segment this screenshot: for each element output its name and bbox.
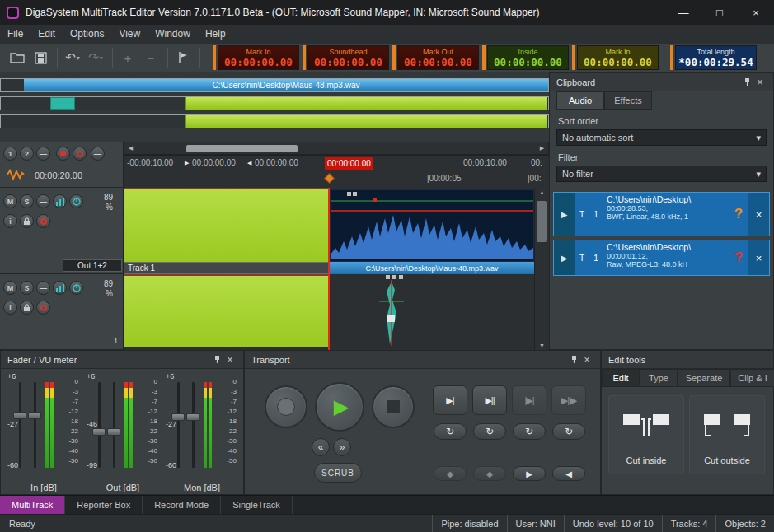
marker-tool-button[interactable] <box>172 47 194 68</box>
meter-button[interactable] <box>53 281 67 295</box>
fader-slider[interactable] <box>177 382 180 468</box>
clip-handle-icon[interactable] <box>399 275 403 279</box>
menu-window[interactable]: Window <box>148 25 198 44</box>
eject-button[interactable]: — <box>91 147 105 161</box>
loop-button[interactable]: ↻ <box>473 423 506 440</box>
horizontal-scrollbar[interactable]: ◀ ▶ <box>124 142 549 155</box>
audio-clip[interactable] <box>124 188 329 262</box>
tab-audio[interactable]: Audio <box>556 91 604 110</box>
scrub-button[interactable]: SCRUB <box>314 463 362 483</box>
record-pause-button[interactable] <box>73 147 87 161</box>
close-button[interactable]: × <box>738 0 774 25</box>
fader-handle[interactable] <box>186 413 199 421</box>
fader-slider[interactable] <box>98 382 101 468</box>
group-1-button[interactable]: 1 <box>3 147 17 161</box>
menu-file[interactable]: File <box>0 25 30 44</box>
close-icon[interactable]: × <box>753 77 767 88</box>
scroll-down-icon[interactable]: ▼ <box>535 343 549 348</box>
scrub-forward-button[interactable]: » <box>333 438 351 456</box>
cut-outside-button[interactable]: Cut outside <box>689 395 765 474</box>
step-forward-button[interactable]: ▶ <box>513 466 546 481</box>
sort-order-select[interactable]: No automatic sort ▾ <box>556 129 767 146</box>
timeline-ruler[interactable]: -00:00:10.00 ▶ 00:00:00.00 ◀ 00:00:00.00… <box>124 155 549 188</box>
scroll-right-icon[interactable]: ▶ <box>536 142 548 154</box>
clip-name-bar[interactable]: Track 1 <box>124 262 329 274</box>
meter-button[interactable] <box>53 194 67 208</box>
record-button[interactable] <box>56 147 70 161</box>
fader-handle[interactable] <box>13 412 26 419</box>
play-to-end-button[interactable]: ▶| <box>433 385 467 415</box>
solo-button[interactable]: S <box>20 194 34 208</box>
vertical-scrollbar[interactable]: ▲ ▼ <box>534 188 549 350</box>
goto-mark-button[interactable]: ◆ <box>434 466 467 481</box>
cut-inside-button[interactable]: Cut inside <box>608 395 684 474</box>
loop-button[interactable]: ↻ <box>552 423 585 440</box>
mute-button[interactable]: M <box>3 194 17 208</box>
fader-handle[interactable] <box>107 428 120 436</box>
scrub-back-button[interactable]: « <box>312 438 330 456</box>
fader-handle[interactable] <box>28 412 41 419</box>
clip-handle-icon[interactable] <box>386 275 390 279</box>
menu-edit[interactable]: Edit <box>30 25 63 44</box>
waveform-clip[interactable] <box>330 189 534 262</box>
overview-row[interactable]: C:\Users\nin\Desktop\Maus-48.mp3.wav <box>0 78 549 92</box>
mute-button[interactable]: M <box>3 281 17 295</box>
scrollbar-thumb[interactable] <box>186 145 298 152</box>
lock-button[interactable] <box>20 214 34 228</box>
group-2-button[interactable]: 2 <box>20 147 34 161</box>
clipboard-item[interactable]: ▶ T 1 C:\Users\nin\Desktop\ 00:00:28.53,… <box>553 192 770 236</box>
solo-button[interactable]: S <box>20 281 34 295</box>
tab-effects[interactable]: Effects <box>604 91 652 110</box>
overview-clip-green[interactable] <box>185 115 547 128</box>
overview-clip[interactable]: C:\Users\nin\Desktop\Maus-48.mp3.wav <box>24 79 548 91</box>
playhead[interactable] <box>328 188 330 350</box>
tab-separate[interactable]: Separate <box>678 369 730 387</box>
scroll-left-icon[interactable]: ◀ <box>124 142 137 154</box>
scrollbar-thumb[interactable] <box>537 201 547 242</box>
audio-clip[interactable] <box>124 274 329 347</box>
lock-button[interactable] <box>20 301 34 315</box>
overview-clip-teal[interactable] <box>50 97 75 110</box>
tab-reporter-box[interactable]: Reporter Box <box>65 496 143 514</box>
overview-row[interactable] <box>0 114 549 128</box>
play-button[interactable]: ▶ <box>315 382 364 432</box>
loop-button[interactable]: ↻ <box>513 423 546 440</box>
close-icon[interactable]: × <box>223 354 237 366</box>
maximize-button[interactable]: □ <box>701 0 738 25</box>
remove-button[interactable]: − <box>140 47 162 68</box>
save-button[interactable] <box>30 47 51 68</box>
play-button[interactable]: ▶ <box>554 240 575 275</box>
tab-type[interactable]: Type <box>640 369 678 387</box>
fader-handle[interactable] <box>92 428 106 436</box>
scroll-up-icon[interactable]: ▲ <box>535 189 549 195</box>
close-icon[interactable]: × <box>580 354 593 366</box>
open-button[interactable] <box>7 47 28 68</box>
play-button[interactable]: ▶ <box>554 193 575 236</box>
play-through-button[interactable]: ▶||▶ <box>551 385 586 415</box>
clip-handle-icon[interactable] <box>392 275 396 279</box>
tab-edit[interactable]: Edit <box>602 369 640 387</box>
collapse-button[interactable]: — <box>36 194 50 208</box>
minimize-button[interactable]: — <box>665 0 701 25</box>
pin-icon[interactable] <box>740 77 753 86</box>
menu-options[interactable]: Options <box>63 25 111 44</box>
redo-button[interactable]: ↷▾ <box>85 47 106 68</box>
goto-mark-button[interactable]: ◆ <box>473 466 506 481</box>
fader-slider[interactable] <box>192 382 195 468</box>
fader-slider[interactable] <box>113 382 115 468</box>
play-pause-button[interactable]: ▶|| <box>472 385 507 415</box>
pan-button[interactable] <box>69 194 83 208</box>
tab-clip-in[interactable]: Clip & I <box>730 369 774 387</box>
filter-select[interactable]: No filter ▾ <box>556 166 767 182</box>
fader-slider[interactable] <box>19 382 21 468</box>
collapse-button[interactable]: — <box>36 147 50 161</box>
collapse-button[interactable]: — <box>36 281 50 295</box>
loop-button[interactable]: ↻ <box>434 423 467 440</box>
output-routing-badge[interactable]: Out 1+2 <box>63 259 122 272</box>
record-arm-button[interactable] <box>36 301 50 315</box>
stop-button[interactable] <box>372 385 415 428</box>
menu-help[interactable]: Help <box>198 25 233 44</box>
pasted-clip-icon[interactable] <box>379 280 404 346</box>
clip-file-bar[interactable]: C:\Users\nin\Desktop\Maus-48.mp3.wav <box>330 262 534 274</box>
playhead-marker-icon[interactable] <box>324 173 335 184</box>
